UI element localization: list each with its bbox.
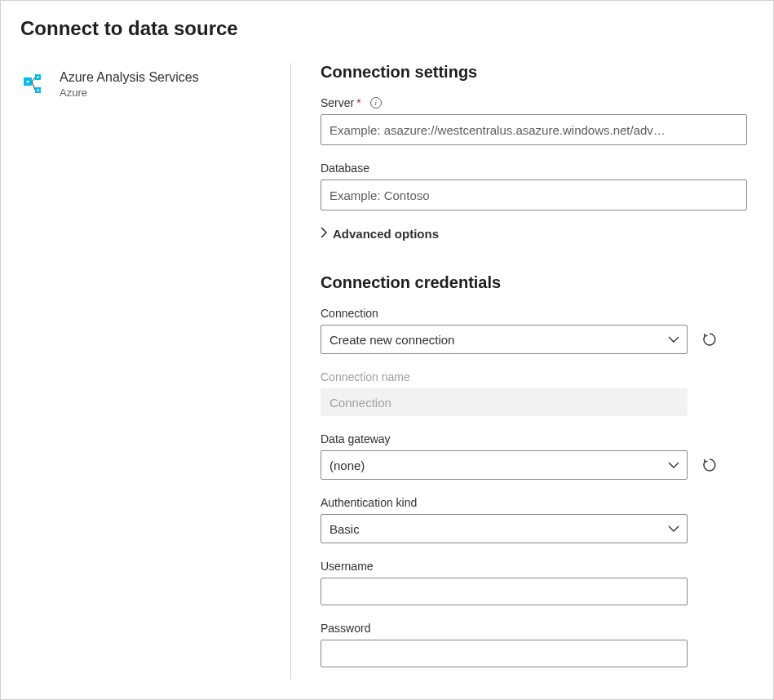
auth-select[interactable]: Basic <box>321 514 688 543</box>
username-input[interactable] <box>321 578 688 605</box>
connection-label: Connection <box>321 307 747 320</box>
svg-point-3 <box>27 81 29 83</box>
refresh-gateway-icon[interactable] <box>702 458 717 472</box>
database-field: Database <box>321 162 747 210</box>
password-label: Password <box>321 622 747 635</box>
database-label: Database <box>321 162 747 175</box>
azure-analysis-services-icon <box>20 71 46 97</box>
required-indicator: * <box>356 96 360 109</box>
info-icon[interactable]: i <box>370 97 382 109</box>
credentials-section-title: Connection credentials <box>321 273 747 292</box>
advanced-options-toggle[interactable]: Advanced options <box>321 227 747 241</box>
svg-line-7 <box>32 82 35 90</box>
chevron-right-icon <box>321 227 328 241</box>
left-column: Azure Analysis Services Azure <box>20 63 291 680</box>
password-input[interactable] <box>321 640 688 667</box>
auth-field: Authentication kind Basic <box>321 496 747 543</box>
svg-line-6 <box>32 78 35 82</box>
connection-name-label: Connection name <box>321 370 747 383</box>
refresh-connection-icon[interactable] <box>702 332 717 347</box>
gateway-field: Data gateway (none) <box>321 432 747 480</box>
connection-name-field: Connection name <box>321 370 747 416</box>
svg-point-4 <box>37 76 38 78</box>
connection-name-input <box>321 388 688 416</box>
connection-field: Connection Create new connection <box>321 307 747 354</box>
server-field: Server * i <box>321 96 747 145</box>
auth-label: Authentication kind <box>321 496 747 509</box>
dialog-title: Connect to data source <box>20 17 754 40</box>
connector-item[interactable]: Azure Analysis Services Azure <box>20 69 290 100</box>
gateway-select[interactable]: (none) <box>321 450 688 480</box>
connect-data-source-dialog: Connect to data source <box>0 0 774 700</box>
svg-point-5 <box>37 89 38 91</box>
content-area: Azure Analysis Services Azure Connection… <box>20 63 754 680</box>
server-input[interactable] <box>321 114 747 145</box>
connector-title: Azure Analysis Services <box>60 69 199 86</box>
username-label: Username <box>321 560 747 573</box>
gateway-label: Data gateway <box>321 432 747 445</box>
settings-section-title: Connection settings <box>321 63 747 82</box>
username-field: Username <box>321 560 747 605</box>
server-label: Server * i <box>321 96 747 109</box>
advanced-options-label: Advanced options <box>333 227 439 241</box>
connector-text: Azure Analysis Services Azure <box>60 69 199 100</box>
connection-select[interactable]: Create new connection <box>321 325 688 354</box>
database-input[interactable] <box>321 179 747 210</box>
right-column: Connection settings Server * i Database … <box>291 63 754 680</box>
password-field: Password <box>321 622 747 667</box>
connector-subtitle: Azure <box>60 86 199 100</box>
